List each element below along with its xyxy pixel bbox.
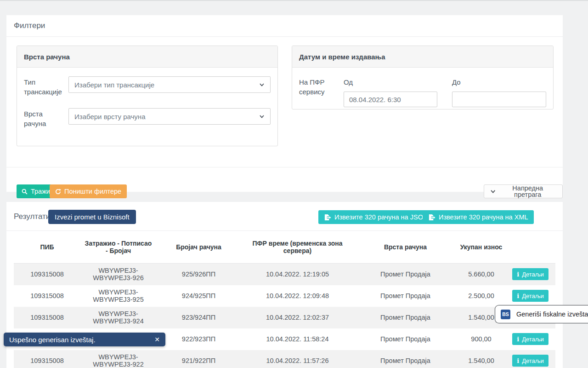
cell-total: 1.540,00 xyxy=(457,350,505,368)
transaction-type-selected-value: Изабери тип трансакције xyxy=(74,81,154,89)
search-icon xyxy=(22,189,28,195)
info-icon: i xyxy=(517,271,519,278)
column-header-actions xyxy=(505,231,555,264)
date-time-panel-header: Датум и време издавања xyxy=(292,46,553,68)
info-icon: i xyxy=(517,357,519,364)
info-icon: i xyxy=(517,293,519,299)
details-button-label: Детаљи xyxy=(522,336,544,343)
cell-receipt-type: Промет Продаја xyxy=(354,307,457,328)
cell-signature: WBYWPEJ3-WBYWPEJ3-925 xyxy=(80,285,156,307)
chevron-down-icon xyxy=(259,114,265,119)
date-time-panel: Датум и време издавања На ПФР сервису Од… xyxy=(292,46,554,109)
filters-title: Филтери xyxy=(14,21,45,30)
receipt-type-panel-header: Врста рачуна xyxy=(17,46,277,68)
reset-filters-button[interactable]: Поништи филтере xyxy=(50,184,127,198)
results-title: Резултати xyxy=(14,212,50,221)
chevron-down-icon xyxy=(490,189,496,195)
details-button[interactable]: iДетаљи xyxy=(512,290,548,302)
column-header-signature: Затражио - Потписао - Бројач xyxy=(80,231,156,264)
search-button-label: Тражи xyxy=(31,188,50,195)
filters-footer: Тражи Поништи филтере Напредна претрага xyxy=(6,167,563,192)
receipt-type-panel: Врста рачуна Тип трансакције Изабери тип… xyxy=(17,46,278,146)
cell-counter: 925/926ПП xyxy=(156,264,241,285)
advanced-search-button-label: Напредна претрага xyxy=(499,185,556,198)
export-json-button-label: Извезите 320 рачуна на JSON xyxy=(334,214,428,221)
advanced-search-button[interactable]: Напредна претрага xyxy=(484,184,563,198)
receipt-kind-label: Врста рачуна xyxy=(24,109,66,128)
file-export-icon xyxy=(324,214,331,221)
cell-receipt-type: Промет Продаја xyxy=(354,350,457,368)
column-header-pfr-time: ПФР време (временска зона сервера) xyxy=(241,231,354,264)
export-xml-button-label: Извезите 320 рачуна на XML xyxy=(439,214,528,221)
column-header-counter: Бројач рачуна xyxy=(156,231,241,264)
pfr-service-label: На ПФР сервису xyxy=(299,77,336,97)
cell-total: 5.660,00 xyxy=(457,264,505,285)
cell-total: 2.500,00 xyxy=(457,285,505,307)
cell-signature: WBYWPEJ3-WBYWPEJ3-926 xyxy=(80,264,156,285)
cell-receipt-type: Промет Продаја xyxy=(354,264,457,285)
table-row: 109315008 WBYWPEJ3-WBYWPEJ3-926 925/926П… xyxy=(14,264,555,285)
filters-card: Филтери Врста рачуна Тип трансакције Иза… xyxy=(6,15,563,192)
cell-total: 900,00 xyxy=(457,328,505,350)
chevron-down-icon xyxy=(259,82,265,87)
cell-signature: WBYWPEJ3-WBYWPEJ3-922 xyxy=(80,350,156,368)
details-button[interactable]: iДетаљи xyxy=(512,268,548,280)
results-header: Резултати Izvezi promet u Biznisoft Изве… xyxy=(6,202,563,231)
cell-pib: 109315008 xyxy=(14,264,80,285)
context-menu-item-generate-fiscal-reports[interactable]: BS Generiši fiskalne izveštaje xyxy=(495,305,588,323)
cell-pfr-time: 10.04.2022. 11:57:26 xyxy=(241,350,354,368)
date-from-label: Од xyxy=(344,77,353,87)
cell-pib: 109315008 xyxy=(14,307,80,328)
table-header-row: ПИБ Затражио - Потписао - Бројач Бројач … xyxy=(14,231,555,264)
details-button[interactable]: iДетаљи xyxy=(512,355,548,367)
date-time-panel-title: Датум и време издавања xyxy=(299,53,385,61)
export-json-button[interactable]: Извезите 320 рачуна на JSON xyxy=(318,210,433,224)
details-button-label: Детаљи xyxy=(522,293,544,299)
cell-signature: WBYWPEJ3-WBYWPEJ3-924 xyxy=(80,307,156,328)
context-menu-label: Generiši fiskalne izveštaje xyxy=(516,310,588,318)
results-table: ПИБ Затражио - Потписао - Бројач Бројач … xyxy=(14,231,555,368)
column-header-total: Укупан износ xyxy=(457,231,505,264)
details-button-label: Детаљи xyxy=(522,271,544,278)
success-toast: Uspešno generisan izveštaj. ✕ xyxy=(4,333,165,346)
details-button[interactable]: iДетаљи xyxy=(512,333,548,345)
biznisoft-badge-icon: BS xyxy=(501,310,510,319)
close-icon[interactable]: ✕ xyxy=(154,336,160,343)
cell-pfr-time: 10.04.2022. 12:19:05 xyxy=(241,264,354,285)
receipt-kind-selected-value: Изабери врсту рачуна xyxy=(74,113,145,121)
cell-counter: 922/923ПП xyxy=(156,328,241,350)
export-biznisoft-button-label: Izvezi promet u Biznisoft xyxy=(55,213,130,220)
refresh-icon xyxy=(55,189,61,195)
cell-counter: 923/924ПП xyxy=(156,307,241,328)
cell-pib: 109315008 xyxy=(14,350,80,368)
toast-message: Uspešno generisan izveštaj. xyxy=(9,336,154,344)
export-xml-button[interactable]: Извезите 320 рачуна на XML xyxy=(423,210,534,224)
cell-counter: 921/922ПП xyxy=(156,350,241,368)
column-header-receipt-type: Врста рачуна xyxy=(354,231,457,264)
reset-filters-button-label: Поништи филтере xyxy=(64,188,121,195)
table-row: 109315008 WBYWPEJ3-WBYWPEJ3-924 923/924П… xyxy=(14,307,555,328)
file-export-icon xyxy=(428,214,435,221)
cell-pfr-time: 10.04.2022. 12:09:48 xyxy=(241,285,354,307)
date-to-input[interactable] xyxy=(452,92,546,107)
transaction-type-label: Тип трансакције xyxy=(24,77,66,97)
filters-title-bar: Филтери xyxy=(6,15,563,37)
cell-counter: 924/925ПП xyxy=(156,285,241,307)
cell-receipt-type: Промет Продаја xyxy=(354,285,457,307)
receipt-kind-select[interactable]: Изабери врсту рачуна xyxy=(68,108,271,125)
transaction-type-select[interactable]: Изабери тип трансакције xyxy=(68,76,271,93)
table-row: 109315008 WBYWPEJ3-WBYWPEJ3-922 921/922П… xyxy=(14,350,555,368)
table-row: 109315008 WBYWPEJ3-WBYWPEJ3-925 924/925П… xyxy=(14,285,555,307)
date-from-input[interactable] xyxy=(344,92,437,107)
cell-receipt-type: Промет Продаја xyxy=(354,328,457,350)
info-icon: i xyxy=(517,336,519,343)
cell-pib: 109315008 xyxy=(14,285,80,307)
details-button-label: Детаљи xyxy=(522,357,544,364)
cell-pfr-time: 10.04.2022. 11:58:24 xyxy=(241,328,354,350)
date-to-label: До xyxy=(452,77,461,87)
export-biznisoft-button[interactable]: Izvezi promet u Biznisoft xyxy=(48,210,136,224)
receipt-type-panel-title: Врста рачуна xyxy=(24,53,70,61)
cell-pfr-time: 10.04.2022. 12:02:37 xyxy=(241,307,354,328)
column-header-pib: ПИБ xyxy=(14,231,80,264)
